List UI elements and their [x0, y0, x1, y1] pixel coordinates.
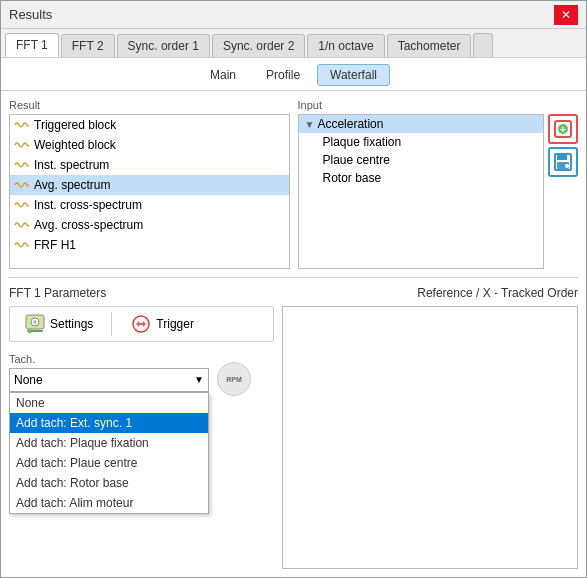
tree-child-item[interactable]: Rotor base	[299, 169, 544, 187]
main-tabs-row: FFT 1 FFT 2 Sync. order 1 Sync. order 2 …	[1, 29, 586, 58]
rpm-button[interactable]: RPM	[217, 362, 251, 396]
wave-icon	[14, 137, 30, 153]
input-section: Input ▼ Acceleration Plaque fixation Pla…	[298, 99, 579, 269]
fft-params-label: FFT 1 Parameters	[9, 286, 106, 300]
list-item-selected[interactable]: Avg. spectrum	[10, 175, 289, 195]
input-actions: + +	[548, 114, 578, 269]
sub-tabs-row: Main Profile Waterfall	[1, 58, 586, 91]
left-panel: Settings Trigger Tach.	[9, 306, 274, 569]
separator	[111, 312, 112, 336]
list-item[interactable]: Triggered block	[10, 115, 289, 135]
wave-icon	[14, 157, 30, 173]
result-list-box: Triggered block Weighted block	[9, 114, 290, 269]
svg-text:+: +	[561, 162, 566, 171]
tab-tachometer[interactable]: Tachometer	[387, 34, 472, 57]
list-item[interactable]: Inst. spectrum	[10, 155, 289, 175]
trigger-button[interactable]: Trigger	[124, 311, 200, 337]
tab-sync-order2[interactable]: Sync. order 2	[212, 34, 305, 57]
wave-icon	[14, 217, 30, 233]
reference-label: Reference / X - Tracked Order	[417, 286, 578, 300]
dropdown-item-plaue-centre[interactable]: Add tach: Plaue centre	[10, 453, 208, 473]
tach-select-wrapper: None ▼ None Add tach: Ext. sync. 1 Add t…	[9, 368, 209, 392]
svg-rect-4	[557, 154, 567, 160]
right-panel	[282, 306, 578, 569]
input-label: Input	[298, 99, 579, 111]
tach-section: Tach. None ▼ None Add tach: Ext. sync. 1	[9, 348, 274, 396]
dropdown-item-alim-moteur[interactable]: Add tach: Alim moteur	[10, 493, 208, 513]
sub-tab-waterfall[interactable]: Waterfall	[317, 64, 390, 86]
list-item[interactable]: FRF H1	[10, 235, 289, 255]
settings-button[interactable]: Settings	[18, 311, 99, 337]
tach-select-display[interactable]: None ▼	[9, 368, 209, 392]
trigger-icon	[130, 313, 152, 335]
input-tree[interactable]: ▼ Acceleration Plaque fixation Plaue cen…	[298, 114, 545, 269]
reference-box	[282, 306, 578, 569]
wave-icon	[14, 177, 30, 193]
expand-arrow-icon: ▼	[305, 119, 315, 130]
save-icon: +	[554, 153, 572, 171]
tach-label: Tach.	[9, 353, 209, 365]
tach-dropdown-list: None Add tach: Ext. sync. 1 Add tach: Pl…	[9, 392, 209, 514]
lower-area: Settings Trigger Tach.	[9, 306, 578, 569]
tree-root-item[interactable]: ▼ Acceleration	[299, 115, 544, 133]
wave-icon	[14, 197, 30, 213]
svg-point-10	[33, 320, 37, 324]
sub-tab-profile[interactable]: Profile	[253, 64, 313, 86]
window-title: Results	[9, 7, 52, 22]
dropdown-item-none[interactable]: None	[10, 393, 208, 413]
add-circle-icon: +	[554, 120, 572, 138]
add-input-button[interactable]: +	[548, 114, 578, 144]
close-button[interactable]: ✕	[554, 5, 578, 25]
title-bar: Results ✕	[1, 1, 586, 29]
panels-row: Result Triggered block	[9, 99, 578, 269]
input-panel: ▼ Acceleration Plaque fixation Plaue cen…	[298, 114, 579, 269]
tree-child-item[interactable]: Plaque fixation	[299, 133, 544, 151]
tab-1n-octave[interactable]: 1/n octave	[307, 34, 384, 57]
divider	[9, 277, 578, 278]
content-area: Result Triggered block	[1, 91, 586, 577]
dropdown-item-plaque-fixation[interactable]: Add tach: Plaque fixation	[10, 433, 208, 453]
svg-point-12	[28, 329, 32, 333]
result-section: Result Triggered block	[9, 99, 290, 269]
settings-trigger-row: Settings Trigger	[9, 306, 274, 342]
dropdown-item-ext-sync[interactable]: Add tach: Ext. sync. 1	[10, 413, 208, 433]
svg-point-6	[565, 164, 569, 168]
wave-icon	[14, 117, 30, 133]
tab-placeholder	[473, 33, 493, 57]
result-list-inner[interactable]: Triggered block Weighted block	[10, 115, 289, 268]
wave-icon	[14, 237, 30, 253]
save-button[interactable]: +	[548, 147, 578, 177]
tab-fft1[interactable]: FFT 1	[5, 33, 59, 57]
tab-fft2[interactable]: FFT 2	[61, 34, 115, 57]
sub-tab-main[interactable]: Main	[197, 64, 249, 86]
svg-text:+: +	[560, 124, 566, 135]
tab-sync-order1[interactable]: Sync. order 1	[117, 34, 210, 57]
main-window: Results ✕ FFT 1 FFT 2 Sync. order 1 Sync…	[0, 0, 587, 578]
settings-icon	[24, 313, 46, 335]
list-item[interactable]: Weighted block	[10, 135, 289, 155]
params-header-row: FFT 1 Parameters Reference / X - Tracked…	[9, 286, 578, 300]
list-item[interactable]: Avg. cross-spectrum	[10, 215, 289, 235]
list-item[interactable]: Inst. cross-spectrum	[10, 195, 289, 215]
dropdown-item-rotor-base[interactable]: Add tach: Rotor base	[10, 473, 208, 493]
result-label: Result	[9, 99, 290, 111]
tree-child-item[interactable]: Plaue centre	[299, 151, 544, 169]
tach-dropdown-arrow-icon: ▼	[194, 374, 204, 385]
